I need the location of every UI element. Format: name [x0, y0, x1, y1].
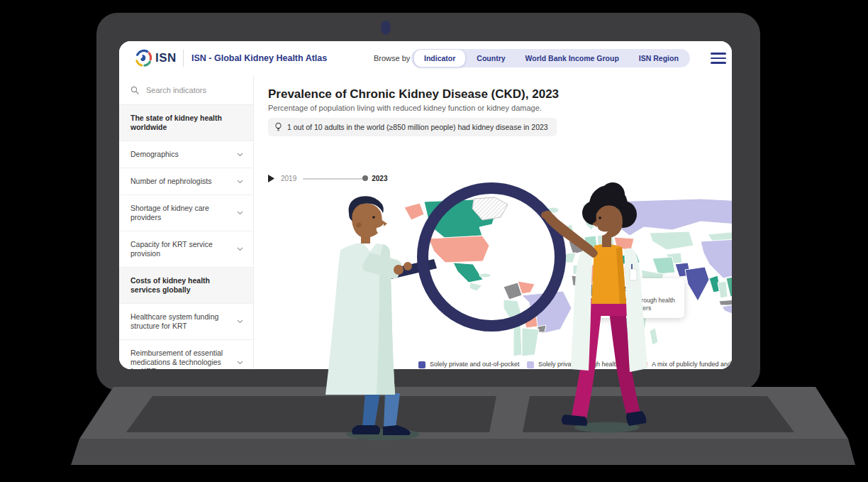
timeline-knob[interactable]	[362, 175, 368, 181]
sidebar-section-costs[interactable]: Costs of kidney health services globally	[119, 268, 253, 304]
key-fact-callout: 1 out of 10 adults in the world (≥850 mi…	[268, 118, 557, 136]
brazil-flag-icon	[599, 285, 607, 292]
sidebar-item-krt-capacity[interactable]: Capacity for KRT service provision	[119, 231, 253, 268]
menu-icon[interactable]	[711, 53, 728, 64]
sidebar-item-shortage-of-providers[interactable]: Shortage of kidney care providers	[119, 195, 253, 231]
tab-country[interactable]: Country	[467, 50, 515, 66]
header-divider	[183, 50, 184, 67]
sidebar-item-demographics[interactable]: Demographics	[119, 141, 253, 168]
browse-tab-bar: Indicator Country World Bank Income Grou…	[411, 49, 690, 67]
isn-logo-icon	[133, 48, 153, 68]
sidebar-search[interactable]	[119, 75, 253, 105]
logo-wordmark: ISN	[155, 51, 177, 65]
tooltip-country-value: Solely private through health insurance …	[599, 297, 678, 312]
sidebar-item-reimbursement[interactable]: Reimbursement of essential medications &…	[119, 340, 253, 369]
laptop-screen: ISN ISN - Global Kidney Health Atlas Bro…	[119, 41, 732, 369]
chevron-down-icon	[237, 153, 243, 157]
legend-item: Solely private and out-of-pocket	[418, 361, 522, 368]
legend-swatch	[640, 361, 647, 368]
sidebar-item-funding-structure[interactable]: Healthcare system funding structure for …	[119, 304, 253, 340]
timeline-track[interactable]	[303, 178, 365, 180]
app-header: ISN ISN - Global Kidney Health Atlas Bro…	[119, 41, 732, 76]
page-title: Prevalence of Chronic Kidney Disease (CK…	[268, 87, 559, 102]
main-panel: Prevalence of Chronic Kidney Disease (CK…	[254, 75, 732, 369]
world-map[interactable]	[403, 196, 732, 359]
year-timeline: 2019 2023	[268, 175, 388, 182]
tooltip-country-name: Brazil	[611, 284, 631, 292]
legend-swatch	[418, 361, 425, 368]
search-icon	[130, 86, 139, 94]
chevron-down-icon	[237, 211, 243, 215]
chevron-down-icon	[237, 319, 243, 324]
laptop-webcam	[381, 21, 391, 35]
map-tooltip: Brazil Solely private through health ins…	[592, 278, 684, 318]
legend-swatch	[527, 361, 534, 368]
tab-indicator[interactable]: Indicator	[413, 49, 466, 67]
search-indicators-input[interactable]	[145, 85, 240, 95]
illustration-canvas: ISN ISN - Global Kidney Health Atlas Bro…	[0, 0, 868, 482]
lightbulb-icon	[274, 122, 282, 132]
play-icon[interactable]	[268, 175, 274, 182]
app-title: ISN - Global Kidney Health Atlas	[191, 53, 327, 63]
sidebar-item-number-of-nephrologists[interactable]: Number of nephrologists	[119, 168, 253, 195]
legend-item: A mix of publicly funded and private sys…	[640, 361, 732, 369]
timeline-start-year: 2019	[281, 175, 296, 182]
indicator-sidebar: The state of kidney health worldwide Dem…	[119, 75, 254, 369]
page-subtitle: Percentage of population living with red…	[268, 104, 542, 112]
laptop-keyboard-deck	[0, 387, 868, 482]
sidebar-section-state-of-kidney-health[interactable]: The state of kidney health worldwide	[119, 105, 253, 141]
legend-item: Solely private through health insurance …	[527, 361, 632, 369]
timeline-end-year: 2023	[372, 175, 387, 182]
chevron-down-icon	[237, 247, 243, 251]
tab-isn-region[interactable]: ISN Region	[629, 50, 689, 66]
tab-world-bank-income-group[interactable]: World Bank Income Group	[516, 50, 629, 66]
chevron-down-icon	[237, 361, 243, 365]
browse-by-label: Browse by	[374, 54, 410, 62]
chevron-down-icon	[237, 180, 243, 184]
